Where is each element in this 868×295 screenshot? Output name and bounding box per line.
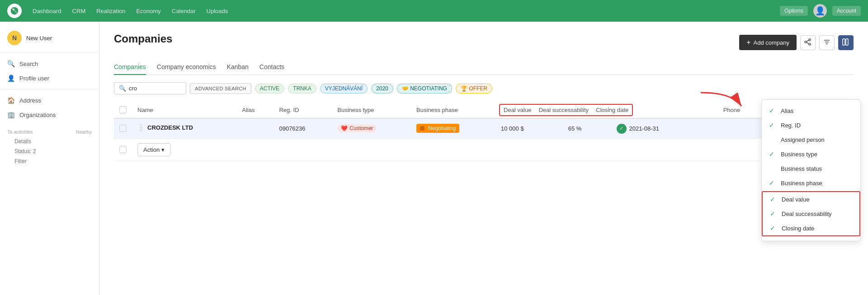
avatar[interactable]: 👤 [813, 4, 827, 18]
company-name-text[interactable]: CROZDESK LTD [147, 124, 193, 131]
sidebar-item-profile-label: Profile user [19, 75, 49, 82]
filter-active[interactable]: ACTIVE [255, 84, 284, 94]
col-closing-date: Closing date [596, 107, 628, 113]
sidebar-sub-details[interactable]: Details [7, 136, 92, 146]
svg-point-3 [805, 41, 807, 43]
col-deal-successability: Deal successability [538, 107, 589, 113]
check-alias: ✓ [769, 107, 776, 114]
dropdown-label-deal-value: Deal value [782, 196, 809, 203]
row-menu[interactable]: ⋮ [137, 123, 145, 132]
tab-companies[interactable]: Companies [114, 60, 146, 75]
search-icon: 🔍 [7, 60, 15, 67]
sidebar-item-address[interactable]: 🏠 Address [0, 93, 99, 108]
tab-company-economics[interactable]: Company economics [157, 60, 216, 75]
nav-realization[interactable]: Realization [96, 8, 125, 14]
dropdown-label-business-phase: Business phase [781, 180, 822, 187]
sidebar-item-search-label: Search [19, 61, 38, 67]
svg-point-2 [809, 39, 811, 41]
row-closing-date: ✓ 2021-08-31 [611, 119, 718, 138]
phase-label: Negotiating [428, 125, 456, 131]
search-input[interactable] [129, 85, 165, 92]
dropdown-label-assigned-person: Assigned person [781, 136, 825, 143]
page-title: Companies [114, 33, 172, 45]
add-company-button[interactable]: + Add company [739, 35, 797, 50]
filter-2020[interactable]: 2020 [371, 84, 393, 94]
sidebar-bottom: To activities Nearby Details Status: 2 F… [0, 129, 99, 166]
row-reg-id: 09076236 [274, 118, 332, 138]
app-logo[interactable]: 🥄 [7, 4, 22, 18]
dropdown-item-business-type[interactable]: ✓ Business type [762, 147, 860, 161]
profile-icon: 👤 [7, 75, 15, 82]
sidebar-item-organizations[interactable]: 🏢 Organizations [0, 108, 99, 122]
check-reg-id: ✓ [769, 122, 776, 129]
navbar: 🥄 Dashboard CRM Realization Economy Cale… [0, 0, 868, 22]
dropdown-item-closing-date[interactable]: ✓ Closing date [763, 221, 859, 235]
options-button[interactable]: Options [780, 6, 807, 16]
sidebar-item-profile[interactable]: 👤 Profile user [0, 71, 99, 85]
sidebar-divider [0, 89, 99, 89]
check-deal-value: ✓ [770, 196, 777, 203]
dropdown-item-reg-id[interactable]: ✓ Reg. ID [762, 118, 860, 132]
sidebar-sub-status[interactable]: Status: 2 [7, 146, 92, 156]
row-business-type: ❤️ Customer [332, 118, 411, 138]
dropdown-item-deal-successability[interactable]: ✓ Deal successability [763, 206, 859, 221]
column-dropdown-panel: ✓ Alias ✓ Reg. ID ✓ Assigned person ✓ Bu… [761, 99, 861, 241]
svg-line-5 [807, 40, 809, 42]
sidebar-sub-filter[interactable]: Filter [7, 156, 92, 166]
row-deal-successability: 65 % [563, 118, 611, 138]
col-phone: Phone [718, 102, 762, 118]
closing-date-text: 2021-08-31 [629, 125, 660, 132]
advanced-search-button[interactable]: ADVANCED SEARCH [190, 83, 251, 94]
table: Name Alias Reg. ID Business type Busines… [114, 102, 854, 161]
share-view-button[interactable] [800, 35, 816, 50]
filter-vyjednavani[interactable]: VYJEDNÁVÁNÍ [320, 84, 368, 94]
action-arrow-icon: ▾ [161, 146, 165, 153]
nav-economy[interactable]: Economy [137, 8, 161, 14]
row-deal-value: 10 000 $ [495, 118, 563, 138]
nav-crm[interactable]: CRM [72, 8, 86, 14]
dropdown-item-alias[interactable]: ✓ Alias [762, 103, 860, 118]
filter-offer[interactable]: 🏆 OFFER [456, 84, 492, 94]
filter-columns-button[interactable] [819, 35, 835, 50]
col-alias: Alias [236, 102, 274, 118]
nav-uploads[interactable]: Uploads [207, 8, 228, 14]
tabs: Companies Company economics Kanban Conta… [114, 60, 854, 75]
filter-negotiating[interactable]: 🤝 NEGOTIATING [397, 84, 452, 94]
svg-rect-11 [846, 39, 848, 45]
account-button[interactable]: Account [832, 6, 861, 16]
sidebar-user-name: New User [26, 35, 52, 42]
address-icon: 🏠 [7, 97, 15, 104]
column-select-button[interactable] [838, 35, 854, 50]
sidebar-item-organizations-label: Organizations [19, 112, 56, 118]
row-phone [718, 118, 762, 138]
filter-trnka[interactable]: TRNKA [288, 84, 316, 94]
tab-kanban[interactable]: Kanban [227, 60, 249, 75]
sidebar-user-avatar: N [7, 31, 22, 45]
svg-rect-10 [843, 39, 845, 45]
action-row: Action ▾ [114, 138, 854, 161]
svg-line-6 [807, 42, 809, 44]
nav-dashboard[interactable]: Dashboard [33, 8, 61, 14]
sidebar-item-search[interactable]: 🔍 Search [0, 56, 99, 71]
dropdown-label-alias: Alias [781, 108, 793, 114]
dropdown-item-business-status[interactable]: ✓ Business status [762, 161, 860, 176]
toolbar: 🔍 ADVANCED SEARCH ACTIVE TRNKA VYJEDNÁVÁ… [114, 82, 854, 94]
check-closing-date: ✓ [770, 225, 777, 232]
row-checkbox[interactable] [119, 125, 127, 132]
search-box[interactable]: 🔍 [114, 82, 186, 94]
action-cell: Action ▾ [132, 138, 854, 161]
svg-text:🥄: 🥄 [12, 8, 18, 14]
dropdown-label-business-type: Business type [781, 151, 817, 158]
select-all-checkbox[interactable] [119, 106, 127, 113]
dropdown-item-business-phase[interactable]: ✓ Business phase [762, 176, 860, 190]
success-icon: ✓ [617, 124, 627, 134]
dropdown-item-assigned-person[interactable]: ✓ Assigned person [762, 132, 860, 147]
dropdown-item-deal-value[interactable]: ✓ Deal value [763, 192, 859, 206]
action-button[interactable]: Action ▾ [137, 143, 170, 156]
action-row-checkbox[interactable] [119, 146, 127, 153]
tab-contacts[interactable]: Contacts [259, 60, 284, 75]
col-name: Name [132, 102, 236, 118]
navbar-right: Options 👤 Account [780, 4, 861, 18]
row-name: ⋮ CROZDESK LTD [132, 119, 236, 136]
nav-calendar[interactable]: Calendar [172, 8, 196, 14]
